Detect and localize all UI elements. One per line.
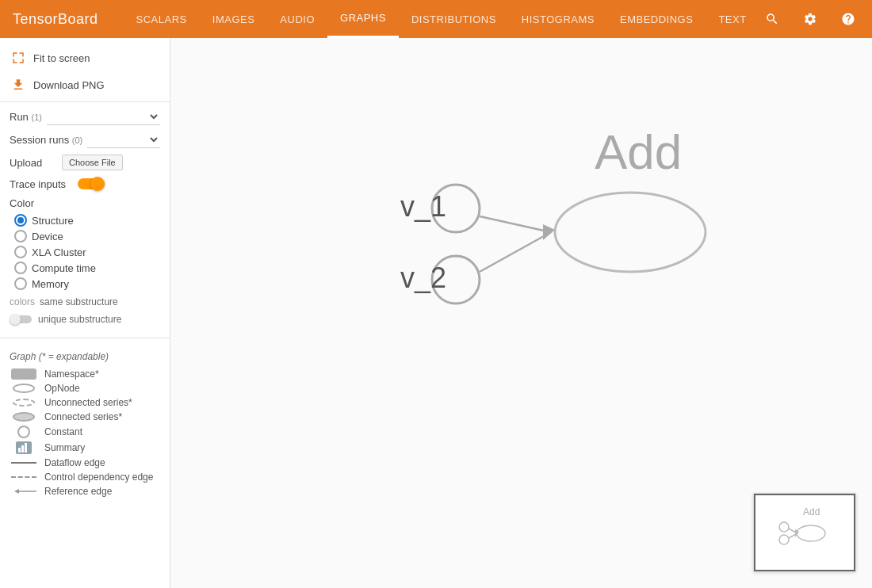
graph-canvas[interactable]: Add v_1 v_2 (170, 38, 872, 588)
upload-label: Upload (10, 157, 57, 169)
color-label-row: Color (0, 194, 170, 212)
trace-inputs-row: Trace inputs (0, 174, 170, 194)
minimap: Add (753, 493, 856, 572)
nav-item-distributions[interactable]: DISTRIBUTIONS (399, 0, 509, 38)
help-icon[interactable] (836, 6, 861, 32)
radio-label: XLA Cluster (32, 246, 86, 258)
trace-inputs-toggle[interactable] (78, 177, 105, 191)
legend-item-summary: Summary (10, 440, 160, 456)
minimap-svg: Add (754, 494, 855, 571)
legend-item-constant: Constant (10, 424, 160, 440)
brand: TensorBoard (13, 11, 98, 28)
settings-icon[interactable] (797, 6, 823, 32)
svg-rect-1 (21, 445, 24, 452)
color-options: StructureDeviceXLA ClusterCompute timeMe… (0, 212, 170, 292)
download-icon (10, 76, 27, 94)
legend-shape-summary (10, 441, 38, 454)
radio-label: Structure (32, 215, 74, 227)
radio-label: Device (32, 231, 63, 242)
legend-shape-constant (10, 426, 38, 438)
add-node-shape (555, 193, 706, 272)
v1-node-label: v_1 (400, 190, 446, 223)
nav-item-images[interactable]: IMAGES (200, 0, 268, 38)
legend-label: Unconnected series* (44, 397, 132, 408)
nav-item-histograms[interactable]: HISTOGRAMS (509, 0, 607, 38)
legend-item-dashed: Control dependency edge (10, 470, 160, 484)
legend-shape-connected (10, 412, 38, 422)
radio-circle (14, 277, 27, 290)
legend-shape-line (10, 462, 38, 464)
arrow-head (543, 224, 555, 240)
download-png-button[interactable]: Download PNG (0, 71, 170, 98)
legend-label: Constant (44, 426, 82, 437)
colors-substructure-row: colors same substructure (0, 292, 170, 312)
legend-label: Namespace* (44, 368, 99, 380)
fit-to-screen-label: Fit to screen (33, 52, 90, 64)
legend-label: Summary (44, 442, 85, 453)
fit-screen-icon (10, 49, 27, 67)
legend-item-line: Dataflow edge (10, 456, 160, 470)
topbar-actions (759, 6, 861, 32)
session-runs-label: Session runs (0) (10, 134, 82, 146)
svg-rect-2 (25, 443, 27, 452)
download-png-label: Download PNG (33, 79, 105, 91)
trace-inputs-label: Trace inputs (10, 178, 73, 190)
main-layout: Fit to screen Download PNG Run (1) (0, 38, 872, 588)
graph-visualization: Add v_1 v_2 (297, 86, 813, 387)
legend-label: Connected series* (44, 411, 122, 422)
legend-item-namespace: Namespace* (10, 367, 160, 381)
radio-label: Memory (32, 278, 69, 290)
radio-label: Compute time (32, 262, 96, 274)
legend-shape-dashed (10, 476, 38, 478)
upload-row: Upload Choose File (0, 151, 170, 174)
svg-marker-4 (14, 489, 19, 494)
color-option-compute-time[interactable]: Compute time (0, 260, 170, 276)
color-option-memory[interactable]: Memory (0, 276, 170, 292)
radio-circle (14, 214, 27, 227)
same-substructure-label: same substructure (40, 296, 118, 307)
legend-shape-namespace (10, 368, 38, 380)
legend-item-connected: Connected series* (10, 410, 160, 424)
svg-text:Add: Add (803, 506, 820, 517)
legend-shape-opnode (10, 384, 38, 393)
session-runs-row: Session runs (0) (0, 128, 170, 151)
run-row: Run (1) (0, 105, 170, 128)
legend-label: Dataflow edge (44, 457, 105, 468)
nav-item-embeddings[interactable]: EMBEDDINGS (607, 0, 706, 38)
topbar: TensorBoard SCALARSIMAGESAUDIOGRAPHSDIST… (0, 0, 872, 38)
session-runs-select[interactable] (87, 132, 160, 148)
legend-item-arrow: Reference edge (10, 484, 160, 498)
svg-rect-0 (18, 448, 21, 452)
substructure-toggle[interactable] (10, 314, 32, 325)
unique-substructure-row: unique substructure (0, 312, 170, 331)
legend-section: Graph (* = expandable) Namespace*OpNodeU… (0, 345, 170, 502)
nav-item-scalars[interactable]: SCALARS (124, 0, 200, 38)
legend-item-opnode: OpNode (10, 381, 160, 395)
legend-item-unconnected: Unconnected series* (10, 395, 160, 410)
top-nav: SCALARSIMAGESAUDIOGRAPHSDISTRIBUTIONSHIS… (124, 0, 759, 38)
v2-node-label: v_2 (400, 262, 446, 294)
fit-to-screen-button[interactable]: Fit to screen (0, 44, 170, 71)
legend-shape-arrow (10, 487, 38, 495)
legend-label: OpNode (44, 383, 80, 394)
legend-label: Reference edge (44, 486, 112, 497)
v2-edge (480, 232, 551, 272)
nav-item-text[interactable]: TEXT (706, 0, 759, 38)
choose-file-button[interactable]: Choose File (62, 155, 123, 170)
color-option-xla-cluster[interactable]: XLA Cluster (0, 244, 170, 260)
color-label: Color (10, 197, 57, 209)
colors-label: colors (10, 296, 35, 307)
run-select[interactable] (47, 109, 160, 125)
color-option-structure[interactable]: Structure (0, 212, 170, 228)
run-label: Run (1) (10, 111, 42, 123)
color-option-device[interactable]: Device (0, 228, 170, 244)
nav-item-audio[interactable]: AUDIO (267, 0, 327, 38)
unique-substructure-label: unique substructure (38, 314, 121, 325)
add-node-label: Add (595, 124, 682, 179)
sidebar: Fit to screen Download PNG Run (1) (0, 38, 170, 588)
svg-rect-5 (754, 494, 855, 571)
radio-circle (14, 230, 27, 242)
search-icon[interactable] (759, 6, 785, 32)
radio-circle (14, 246, 27, 258)
nav-item-graphs[interactable]: GRAPHS (327, 0, 399, 38)
